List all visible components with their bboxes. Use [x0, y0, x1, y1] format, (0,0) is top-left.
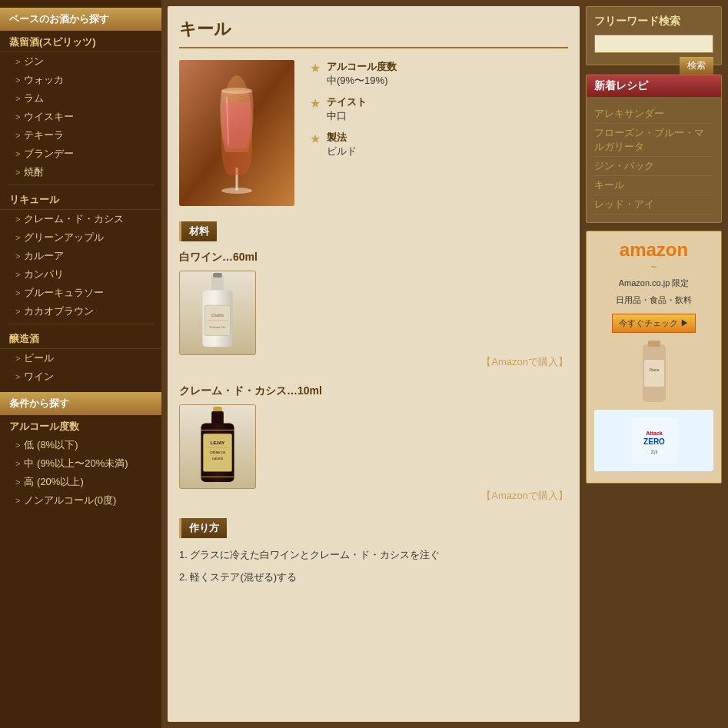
- amazon-limited-text: Amazon.co.jp 限定: [594, 277, 713, 290]
- sidebar-item-vodka[interactable]: ウォッカ: [0, 71, 161, 89]
- sidebar-item-creme-cassis[interactable]: クレーム・ド・カシス: [0, 210, 161, 228]
- search-title: フリーワード検索: [594, 15, 713, 28]
- method-info-row: ★ 製法 ビルド: [310, 131, 568, 158]
- new-recipe-link-1[interactable]: フローズン・ブルー・マルガリータ: [594, 124, 713, 157]
- sidebar-item-rum[interactable]: ラム: [0, 89, 161, 108]
- amazon-link-2[interactable]: 【Amazonで購入】: [179, 489, 568, 503]
- ingredient2-block: クレーム・ド・カシス…10ml: [179, 384, 568, 503]
- sidebar-item-wine[interactable]: ワイン: [0, 367, 161, 386]
- svg-rect-5: [211, 275, 224, 292]
- sidebar-divider-2: [8, 324, 154, 324]
- base-search-title[interactable]: ベースのお酒から探す: [0, 8, 161, 31]
- right-panel: フリーワード検索 検索 新着レシピ アレキサンダー フローズン・ブルー・マルガリ…: [586, 0, 728, 728]
- sidebar-item-green-apple[interactable]: グリーンアップル: [0, 228, 161, 247]
- taste-value: 中口: [327, 109, 367, 123]
- ingredient1-block: 白ワイン…60ml: [179, 251, 568, 369]
- sidebar-item-non-alcohol[interactable]: ノンアルコール(0度): [0, 491, 161, 510]
- sidebar-item-kahlua[interactable]: カルーア: [0, 247, 161, 265]
- svg-rect-24: [644, 360, 664, 387]
- svg-text:Chablis: Chablis: [211, 314, 224, 317]
- recipe-section: 作り方 1. グラスに冷えた白ワインとクレーム・ド・カシスを注ぐ 2. 軽くステ…: [179, 518, 568, 586]
- sidebar-item-tequila[interactable]: テキーラ: [0, 126, 161, 145]
- sidebar-divider-1: [8, 184, 154, 185]
- cocktail-title: キール: [179, 18, 568, 48]
- svg-text:CRÈME DE: CRÈME DE: [210, 450, 226, 454]
- spirits-category-title: 蒸留酒(スピリッツ): [0, 31, 161, 52]
- new-recipe-link-4[interactable]: レッド・アイ: [594, 195, 713, 214]
- sidebar-item-blue-curacao[interactable]: ブルーキュラソー: [0, 284, 161, 302]
- search-button[interactable]: 検索: [680, 57, 713, 75]
- new-recipe-link-2[interactable]: ジン・バック: [594, 157, 713, 176]
- amazon-link-1[interactable]: 【Amazonで購入】: [179, 355, 568, 369]
- taste-info-row: ★ テイスト 中口: [310, 95, 568, 123]
- recipe-step-2: 2. 軽くステア(混ぜる)する: [179, 570, 568, 586]
- ingredient2-name: クレーム・ド・カシス…10ml: [179, 384, 568, 398]
- method-label: 製法: [327, 131, 357, 145]
- cassis-bottle-svg: LEJAY CRÈME DE CASSIS: [180, 404, 255, 489]
- cocktail-info: ★ アルコール度数 中(9%〜19%) ★ テイスト 中口 ★: [310, 60, 568, 206]
- amazon-product-1: Diane: [594, 341, 713, 406]
- amazon-items-text: 日用品・食品・飲料: [594, 294, 713, 307]
- cocktail-header: ★ アルコール度数 中(9%〜19%) ★ テイスト 中口 ★: [179, 60, 568, 206]
- sidebar-item-mid-alcohol[interactable]: 中 (9%以上〜20%未満): [0, 454, 161, 473]
- sidebar-item-whisky[interactable]: ウイスキー: [0, 108, 161, 126]
- svg-text:Diane: Diane: [649, 367, 659, 372]
- cocktail-svg: [179, 60, 294, 206]
- sidebar-item-high-alcohol[interactable]: 高 (20%以上): [0, 473, 161, 491]
- svg-rect-13: [211, 411, 224, 425]
- taste-star-icon: ★: [310, 96, 321, 111]
- main-content: キール: [168, 6, 580, 722]
- diane-product-svg: Diane: [631, 341, 677, 406]
- sidebar: ベースのお酒から探す 蒸留酒(スピリッツ) ジン ウォッカ ラム ウイスキー テ…: [0, 0, 161, 728]
- svg-text:215: 215: [650, 450, 657, 454]
- svg-rect-11: [213, 273, 222, 278]
- search-box-container: フリーワード検索 検索: [586, 6, 722, 65]
- sidebar-item-campari[interactable]: カンパリ: [0, 265, 161, 284]
- amazon-product-2: Attack ZERO 215: [594, 410, 713, 471]
- conditions-title[interactable]: 条件から探す: [0, 392, 161, 415]
- amazon-logo-text: amazon: [620, 239, 688, 260]
- new-recipe-title: 新着レシピ: [587, 75, 721, 97]
- svg-text:Attack: Attack: [646, 430, 663, 436]
- alcohol-star-icon: ★: [310, 61, 321, 75]
- alcohol-label: アルコール度数: [327, 60, 397, 74]
- recipe-step-1: 1. グラスに冷えた白ワインとクレーム・ド・カシスを注ぐ: [179, 547, 568, 563]
- sidebar-item-beer[interactable]: ビール: [0, 349, 161, 367]
- attack-product-svg: Attack ZERO 215: [627, 414, 681, 467]
- sidebar-item-low-alcohol[interactable]: 低 (8%以下): [0, 436, 161, 454]
- sidebar-item-cacao-brown[interactable]: カカオブラウン: [0, 302, 161, 321]
- ingredient1-image: Chablis Premier Cru: [179, 271, 256, 355]
- sidebar-item-brandy[interactable]: ブランデー: [0, 145, 161, 163]
- recipe-section-header: 作り方: [179, 518, 227, 538]
- brewed-category-title: 醸造酒: [0, 327, 161, 349]
- svg-rect-23: [648, 341, 660, 347]
- sidebar-item-shochu[interactable]: 焼酎: [0, 163, 161, 181]
- materials-section-header: 材料: [179, 221, 217, 241]
- wine-bottle-svg: Chablis Premier Cru: [180, 271, 255, 355]
- taste-label: テイスト: [327, 95, 367, 109]
- svg-line-4: [227, 97, 228, 145]
- svg-point-2: [221, 188, 252, 194]
- svg-point-3: [221, 88, 252, 94]
- method-value: ビルド: [327, 145, 357, 158]
- amazon-arrow-icon: ~: [594, 261, 713, 273]
- svg-text:LEJAY: LEJAY: [211, 440, 224, 445]
- sidebar-item-gin[interactable]: ジン: [0, 52, 161, 71]
- amazon-logo-container: amazon ~: [594, 239, 713, 273]
- alcohol-section-title: アルコール度数: [0, 415, 161, 436]
- amazon-check-button[interactable]: 今すぐチェック ▶: [612, 314, 696, 333]
- liqueur-category-title: リキュール: [0, 188, 161, 210]
- method-star-icon: ★: [310, 131, 321, 146]
- amazon-ad-block: amazon ~ Amazon.co.jp 限定 日用品・食品・飲料 今すぐチェ…: [586, 231, 722, 484]
- ingredient2-image: LEJAY CRÈME DE CASSIS: [179, 404, 256, 489]
- svg-text:Premier Cru: Premier Cru: [209, 325, 225, 329]
- svg-text:ZERO: ZERO: [643, 437, 665, 446]
- alcohol-info-row: ★ アルコール度数 中(9%〜19%): [310, 60, 568, 88]
- ingredient1-name: 白ワイン…60ml: [179, 251, 568, 264]
- new-recipe-link-0[interactable]: アレキサンダー: [594, 105, 713, 124]
- search-input[interactable]: [594, 35, 713, 53]
- alcohol-value: 中(9%〜19%): [327, 74, 397, 88]
- svg-text:CASSIS: CASSIS: [212, 457, 224, 460]
- new-recipe-link-3[interactable]: キール: [594, 176, 713, 195]
- page-wrapper: ベースのお酒から探す 蒸留酒(スピリッツ) ジン ウォッカ ラム ウイスキー テ…: [0, 0, 728, 728]
